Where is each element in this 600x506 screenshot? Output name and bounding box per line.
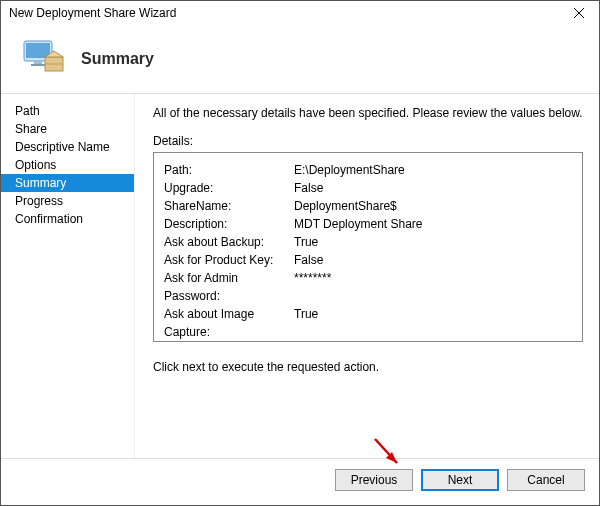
svg-rect-5: [31, 64, 45, 66]
detail-value: ********: [294, 269, 331, 305]
step-confirmation[interactable]: Confirmation: [1, 210, 134, 228]
detail-key: Ask about Image Capture:: [164, 305, 294, 341]
detail-row: Ask about Image Capture:True: [164, 305, 572, 341]
detail-key: ShareName:: [164, 197, 294, 215]
details-box: Path:E:\DeploymentShare Upgrade:False Sh…: [153, 152, 583, 342]
detail-row: ShareName:DeploymentShare$: [164, 197, 572, 215]
detail-key: Ask for Admin Password:: [164, 269, 294, 305]
wizard-steps-sidebar: Path Share Descriptive Name Options Summ…: [1, 94, 135, 458]
detail-key: Path:: [164, 161, 294, 179]
close-button[interactable]: [559, 1, 599, 25]
detail-value: False: [294, 179, 323, 197]
monitor-box-icon: [23, 39, 67, 79]
hint-text: Click next to execute the requested acti…: [153, 360, 583, 374]
wizard-footer: Previous Next Cancel: [1, 458, 599, 505]
page-title: Summary: [81, 50, 154, 68]
step-summary[interactable]: Summary: [1, 174, 134, 192]
detail-row: Ask for Product Key:False: [164, 251, 572, 269]
detail-row: Path:E:\DeploymentShare: [164, 161, 572, 179]
step-share[interactable]: Share: [1, 120, 134, 138]
instruction-text: All of the necessary details have been s…: [153, 106, 583, 120]
step-progress[interactable]: Progress: [1, 192, 134, 210]
detail-key: Ask about Backup:: [164, 233, 294, 251]
detail-value: True: [294, 305, 318, 341]
detail-value: False: [294, 341, 323, 342]
window-title: New Deployment Share Wizard: [9, 6, 176, 20]
previous-button[interactable]: Previous: [335, 469, 413, 491]
step-path[interactable]: Path: [1, 102, 134, 120]
details-label: Details:: [153, 134, 583, 148]
step-descriptive-name[interactable]: Descriptive Name: [1, 138, 134, 156]
wizard-window: New Deployment Share Wizard Summary Path: [0, 0, 600, 506]
detail-key: Description:: [164, 215, 294, 233]
detail-value: E:\DeploymentShare: [294, 161, 405, 179]
detail-value: False: [294, 251, 323, 269]
detail-key: Ask about BitLocker:: [164, 341, 294, 342]
detail-row: Ask about BitLocker:False: [164, 341, 572, 342]
wizard-content: All of the necessary details have been s…: [135, 94, 599, 458]
wizard-header: Summary: [1, 25, 599, 94]
step-options[interactable]: Options: [1, 156, 134, 174]
detail-value: MDT Deployment Share: [294, 215, 423, 233]
wizard-body: Path Share Descriptive Name Options Summ…: [1, 94, 599, 458]
detail-key: Upgrade:: [164, 179, 294, 197]
next-button[interactable]: Next: [421, 469, 499, 491]
detail-value: True: [294, 233, 318, 251]
titlebar: New Deployment Share Wizard: [1, 1, 599, 25]
close-icon: [573, 7, 585, 19]
svg-rect-4: [34, 61, 42, 64]
detail-row: Ask for Admin Password:********: [164, 269, 572, 305]
detail-key: Ask for Product Key:: [164, 251, 294, 269]
detail-row: Ask about Backup:True: [164, 233, 572, 251]
detail-row: Upgrade:False: [164, 179, 572, 197]
cancel-button[interactable]: Cancel: [507, 469, 585, 491]
detail-value: DeploymentShare$: [294, 197, 397, 215]
detail-row: Description:MDT Deployment Share: [164, 215, 572, 233]
